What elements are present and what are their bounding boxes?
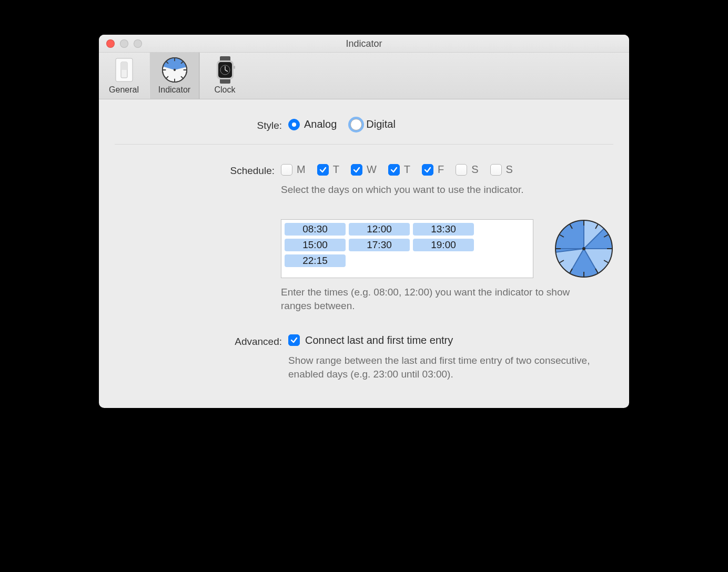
time-token[interactable]: 19:00 bbox=[413, 239, 474, 251]
radio-label: Digital bbox=[366, 118, 396, 130]
light-switch-icon bbox=[111, 57, 137, 83]
day-label: T bbox=[333, 164, 339, 176]
schedule-pie-preview-icon bbox=[554, 219, 613, 278]
tab-indicator[interactable]: Indicator bbox=[149, 53, 200, 99]
day-checkbox-sun[interactable]: S bbox=[490, 164, 513, 176]
time-token[interactable]: 17:30 bbox=[349, 239, 410, 251]
advanced-row: Advanced: Connect last and first time en… bbox=[115, 329, 613, 387]
tab-label: General bbox=[99, 85, 149, 95]
tab-label: Indicator bbox=[149, 85, 199, 95]
times-help-text: Enter the times (e.g. 08:00, 12:00) you … bbox=[281, 285, 596, 313]
schedule-row: Schedule: M T W bbox=[115, 158, 613, 319]
minimize-window-button[interactable] bbox=[120, 39, 128, 48]
analog-indicator-icon bbox=[161, 57, 188, 83]
connect-times-label: Connect last and first time entry bbox=[305, 334, 453, 346]
times-token-field[interactable]: 08:30 12:00 13:30 15:00 17:30 19:00 22:1… bbox=[281, 219, 533, 278]
schedule-days-group: M T W T F bbox=[281, 164, 613, 176]
style-label: Style: bbox=[115, 118, 288, 131]
day-label: F bbox=[438, 164, 444, 176]
style-radio-group: Analog Digital bbox=[288, 118, 613, 130]
watch-icon bbox=[212, 57, 238, 83]
time-token[interactable]: 13:30 bbox=[413, 223, 474, 236]
content-area: Style: Analog Digital Schedule: bbox=[99, 99, 629, 408]
times-row: 08:30 12:00 13:30 15:00 17:30 19:00 22:1… bbox=[281, 219, 613, 278]
day-label: W bbox=[367, 164, 377, 176]
style-radio-digital[interactable]: Digital bbox=[350, 118, 396, 130]
separator bbox=[115, 144, 613, 145]
svg-rect-21 bbox=[234, 66, 235, 69]
style-radio-analog[interactable]: Analog bbox=[288, 118, 337, 130]
titlebar: Indicator bbox=[99, 35, 629, 53]
time-token[interactable]: 08:30 bbox=[285, 223, 346, 236]
tab-general[interactable]: General bbox=[99, 53, 149, 99]
schedule-label: Schedule: bbox=[115, 164, 281, 177]
advanced-label: Advanced: bbox=[115, 334, 288, 348]
day-checkbox-sat[interactable]: S bbox=[456, 164, 478, 176]
day-checkbox-thu[interactable]: T bbox=[388, 164, 410, 176]
svg-point-13 bbox=[173, 69, 175, 71]
day-label: S bbox=[506, 164, 513, 176]
preferences-toolbar: General bbox=[99, 53, 629, 99]
day-label: T bbox=[404, 164, 410, 176]
close-window-button[interactable] bbox=[106, 39, 115, 48]
time-token[interactable]: 22:15 bbox=[285, 254, 346, 267]
schedule-help-text: Select the days on which you want to use… bbox=[281, 183, 596, 197]
window-title: Indicator bbox=[99, 35, 629, 53]
time-token[interactable]: 12:00 bbox=[349, 223, 410, 236]
svg-rect-2 bbox=[121, 62, 127, 70]
day-checkbox-mon[interactable]: M bbox=[281, 164, 306, 176]
window-controls bbox=[106, 39, 142, 48]
day-checkbox-fri[interactable]: F bbox=[422, 164, 444, 176]
time-token[interactable]: 15:00 bbox=[285, 239, 346, 251]
advanced-help-text: Show range between the last and first ti… bbox=[288, 354, 604, 382]
day-label: M bbox=[297, 164, 306, 176]
day-checkbox-wed[interactable]: W bbox=[351, 164, 377, 176]
radio-label: Analog bbox=[304, 118, 337, 130]
day-checkbox-tue[interactable]: T bbox=[317, 164, 339, 176]
zoom-window-button[interactable] bbox=[134, 39, 142, 48]
preferences-window: Indicator General bbox=[99, 35, 629, 408]
connect-times-checkbox[interactable]: Connect last and first time entry bbox=[288, 334, 613, 346]
tab-label: Clock bbox=[200, 85, 250, 95]
day-label: S bbox=[471, 164, 478, 176]
svg-point-43 bbox=[582, 247, 585, 250]
style-row: Style: Analog Digital bbox=[115, 113, 613, 137]
tab-clock[interactable]: Clock bbox=[200, 53, 250, 99]
